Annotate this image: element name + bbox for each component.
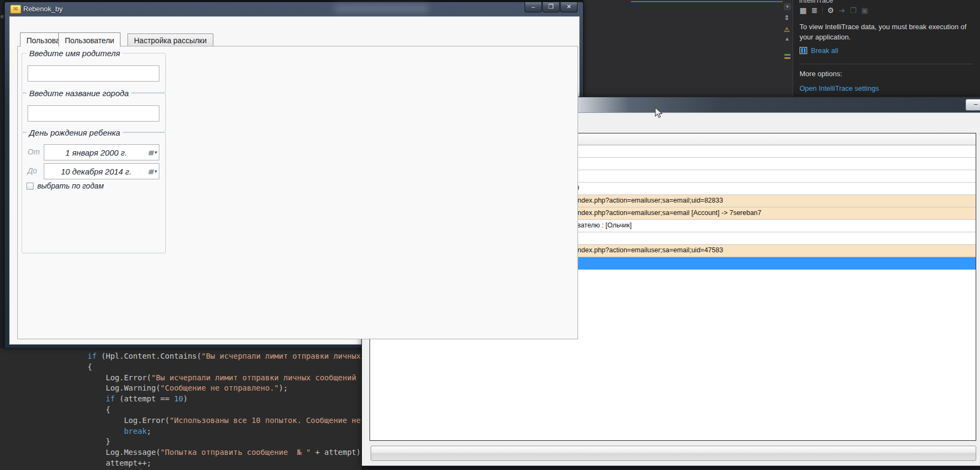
code-line: Log.Message("Попытка отправить сообщение…: [88, 447, 361, 458]
rebenok-client-area: Пользователи Главная Настройка рассылки …: [9, 16, 580, 345]
code-token: "Сообщение не отправлено.": [160, 384, 279, 392]
code-token: }: [88, 437, 110, 446]
minimize-button[interactable]: –: [525, 2, 542, 12]
to-label: До: [28, 166, 37, 175]
code-token: + attempt);: [311, 448, 361, 456]
parent-name-label: Введите имя родителя: [26, 49, 123, 58]
intellitrace-message: To view IntelliTrace data, you must brea…: [800, 22, 975, 42]
edge-letter: e: [1, 13, 4, 19]
tab-nastroyka[interactable]: Настройка рассылки: [127, 33, 213, 46]
code-token: if: [106, 394, 115, 403]
code-line: if (Hpl.Content.Contains("Вы исчерпали л…: [88, 351, 361, 362]
intellitrace-panel: IntelliTrace ▦≣⚙➜❐▣ To view IntelliTrace…: [793, 0, 980, 98]
window-icon: ❐: [848, 6, 859, 15]
code-token: Log.Warning(: [88, 384, 160, 392]
by-years-checkbox[interactable]: [26, 183, 33, 190]
code-token: "Использованы все 10 попыток. Сообщение …: [170, 416, 361, 425]
code-token: [88, 394, 106, 403]
city-label: Введите название города: [26, 89, 131, 98]
code-token: );: [279, 384, 288, 392]
code-token: 10: [174, 394, 183, 403]
code-token: break: [124, 427, 146, 435]
birthday-groupbox: День рождения ребенка От 1 января 2000 г…: [22, 132, 166, 253]
scroll-up-icon[interactable]: ▲: [784, 36, 790, 42]
intellitrace-panel-title: IntelliTrace: [799, 0, 833, 4]
code-token: attempt++;: [88, 459, 151, 467]
date-from-picker[interactable]: 1 января 2000 г. ▦ ▾: [44, 144, 159, 160]
continue-icon: ➜: [836, 6, 848, 15]
calendar-icon: ▦: [148, 149, 153, 156]
code-token: {: [88, 362, 92, 371]
splitter-icon[interactable]: ⇕: [784, 14, 789, 22]
code-token: (Hpl.Content.Contains(: [97, 352, 202, 360]
change-mark-orange: [784, 57, 790, 59]
code-token: ): [183, 394, 187, 403]
code-token: {: [88, 405, 110, 414]
date-to-value: 10 декабря 2014 г.: [44, 167, 148, 176]
code-token: Log.Error(: [88, 416, 170, 425]
date-to-picker[interactable]: 10 декабря 2014 г. ▦ ▾: [44, 163, 159, 179]
change-mark-green: [784, 54, 790, 56]
code-line: if (attempt == 10): [88, 394, 361, 405]
envelope-icon: ✉: [10, 5, 21, 14]
by-years-label: выбрать по годам: [37, 182, 104, 190]
save-icon: ▣: [859, 6, 870, 15]
window-controls: –❒✕: [524, 2, 578, 12]
window-title: Rebenok_by: [23, 5, 63, 13]
open-intellitrace-settings-link[interactable]: Open IntelliTrace settings: [800, 84, 879, 92]
break-all-link[interactable]: Break all: [811, 46, 838, 55]
code-token: Log.Error(: [88, 373, 151, 382]
maximize-button[interactable]: ❒: [542, 2, 560, 12]
close-button[interactable]: ✕: [560, 2, 578, 12]
code-editor[interactable]: if (Hpl.Content.Contains("Вы исчерпали л…: [0, 348, 361, 470]
pause-icon: [800, 47, 807, 54]
toolbar-separator: [822, 6, 823, 15]
code-line: }: [88, 437, 361, 447]
code-line: Log.Error("Использованы все 10 попыток. …: [88, 415, 361, 426]
code-line: break;: [88, 426, 361, 437]
more-options-label: More options:: [800, 70, 842, 78]
desktop: e if (Hpl.Content.Contains("Вы исчерпали…: [0, 0, 980, 470]
rebenok-titlebar[interactable]: ✉ Rebenok_by –❒✕: [5, 2, 583, 16]
code-line: {: [88, 362, 361, 373]
calls-view-icon[interactable]: ≣: [809, 6, 820, 15]
code-token: "Вы исчерпали лимит отправки личных сооб…: [151, 373, 361, 382]
city-input[interactable]: [28, 105, 159, 122]
mouse-cursor: [655, 107, 666, 119]
code-line: attempt++;: [88, 458, 361, 469]
code-token: (attempt ==: [115, 394, 174, 403]
progress-bar: [371, 446, 976, 461]
calendar-icon: ▦: [148, 168, 153, 175]
date-from-value: 1 января 2000 г.: [44, 148, 148, 157]
code-token: Log.Message(: [88, 448, 160, 456]
code-token: "Попытка отправить сообщение № ": [160, 448, 311, 456]
editor-margin-strip: ▾ ⇕ ⚠ ▲: [783, 0, 793, 98]
parent-name-input[interactable]: [28, 65, 159, 82]
intellitrace-toolbar: ▦≣⚙➜❐▣: [797, 5, 870, 16]
chevron-down-icon: ▾: [154, 150, 157, 155]
code-token: "Вы исчерпали лимит отправки личных со: [202, 352, 361, 360]
from-label: От: [28, 147, 40, 156]
divider: [800, 64, 974, 64]
chevron-down-icon: ▾: [154, 169, 157, 174]
warning-icon: ⚠: [784, 26, 790, 33]
tab-polzovateli-active[interactable]: Пользователи: [58, 32, 120, 47]
code-line: Log.Warning("Сообщение не отправлено.");: [88, 383, 361, 394]
minimize-button[interactable]: –: [965, 99, 980, 111]
code-lines: if (Hpl.Content.Contains("Вы исчерпали л…: [88, 351, 361, 470]
code-token: if: [88, 352, 97, 360]
dropdown-arrow-icon[interactable]: ▾: [784, 3, 791, 10]
blurred-background-title: [334, 4, 429, 13]
events-view-icon[interactable]: ▦: [797, 6, 809, 15]
rebenok-window: ✉ Rebenok_by –❒✕ Пользователи Главная На…: [4, 2, 583, 348]
code-token: ;: [147, 427, 151, 435]
code-token: [88, 427, 124, 435]
settings-gear-icon[interactable]: ⚙: [825, 6, 836, 15]
break-all-row: Break all: [800, 46, 838, 55]
code-line: Log.Error("Вы исчерпали лимит отправки л…: [88, 373, 361, 384]
birthday-label: День рождения ребенка: [26, 128, 123, 137]
code-line: {: [88, 405, 361, 415]
